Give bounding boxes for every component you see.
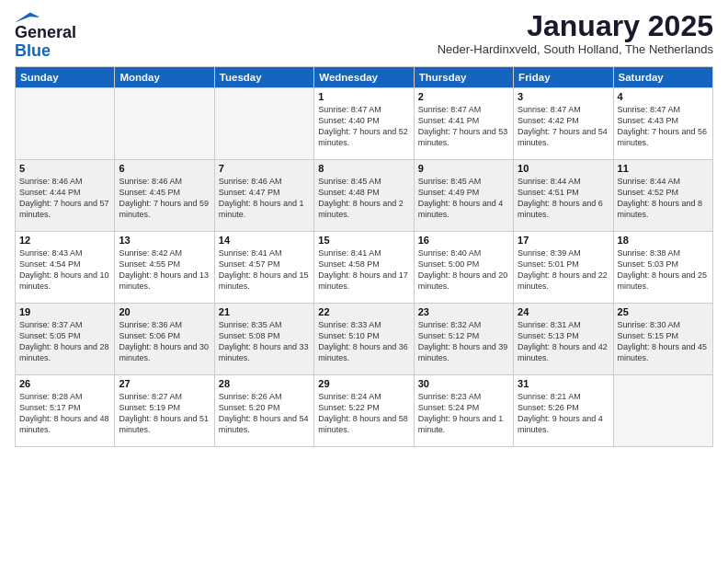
day-number: 22 (318, 306, 409, 317)
weekday-header-friday: Friday (514, 66, 613, 87)
calendar-cell: 31Sunrise: 8:21 AM Sunset: 5:26 PM Dayli… (514, 374, 613, 446)
weekday-header-tuesday: Tuesday (214, 66, 313, 87)
calendar-cell: 30Sunrise: 8:23 AM Sunset: 5:24 PM Dayli… (414, 374, 513, 446)
day-info: Sunrise: 8:30 AM Sunset: 5:15 PM Dayligh… (618, 319, 709, 364)
day-info: Sunrise: 8:45 AM Sunset: 4:49 PM Dayligh… (418, 176, 509, 221)
calendar-cell: 2Sunrise: 8:47 AM Sunset: 4:41 PM Daylig… (414, 87, 513, 159)
calendar-cell: 26Sunrise: 8:28 AM Sunset: 5:17 PM Dayli… (16, 374, 115, 446)
day-number: 28 (219, 378, 310, 389)
day-info: Sunrise: 8:46 AM Sunset: 4:47 PM Dayligh… (219, 176, 310, 221)
day-number: 27 (119, 378, 210, 389)
calendar-cell (16, 87, 115, 159)
calendar-cell: 20Sunrise: 8:36 AM Sunset: 5:06 PM Dayli… (115, 303, 214, 374)
day-number: 15 (318, 235, 409, 246)
day-number: 6 (119, 163, 210, 174)
svg-marker-0 (15, 12, 40, 22)
calendar-cell: 4Sunrise: 8:47 AM Sunset: 4:43 PM Daylig… (613, 87, 712, 159)
calendar-cell: 1Sunrise: 8:47 AM Sunset: 4:40 PM Daylig… (314, 87, 414, 159)
day-info: Sunrise: 8:47 AM Sunset: 4:43 PM Dayligh… (618, 104, 709, 149)
calendar-cell: 13Sunrise: 8:42 AM Sunset: 4:55 PM Dayli… (115, 231, 214, 303)
calendar-week-row: 19Sunrise: 8:37 AM Sunset: 5:05 PM Dayli… (16, 303, 713, 374)
calendar-week-row: 26Sunrise: 8:28 AM Sunset: 5:17 PM Dayli… (16, 374, 713, 446)
day-number: 12 (19, 235, 110, 246)
day-info: Sunrise: 8:33 AM Sunset: 5:10 PM Dayligh… (318, 319, 409, 364)
calendar-cell: 18Sunrise: 8:38 AM Sunset: 5:03 PM Dayli… (613, 231, 712, 303)
day-info: Sunrise: 8:46 AM Sunset: 4:45 PM Dayligh… (119, 176, 210, 221)
day-number: 26 (19, 378, 110, 389)
location-subtitle: Neder-Hardinxveld, South Holland, The Ne… (438, 42, 713, 56)
day-number: 1 (318, 91, 409, 102)
calendar-cell: 22Sunrise: 8:33 AM Sunset: 5:10 PM Dayli… (314, 303, 414, 374)
month-title: January 2025 (438, 11, 713, 40)
day-info: Sunrise: 8:45 AM Sunset: 4:48 PM Dayligh… (318, 176, 409, 221)
day-number: 19 (19, 306, 110, 317)
day-number: 25 (618, 306, 709, 317)
calendar-cell: 25Sunrise: 8:30 AM Sunset: 5:15 PM Dayli… (613, 303, 712, 374)
day-number: 10 (518, 163, 609, 174)
day-info: Sunrise: 8:28 AM Sunset: 5:17 PM Dayligh… (19, 391, 110, 436)
day-info: Sunrise: 8:47 AM Sunset: 4:42 PM Dayligh… (518, 104, 609, 149)
calendar-cell (214, 87, 313, 159)
day-number: 4 (618, 91, 709, 102)
calendar-cell: 12Sunrise: 8:43 AM Sunset: 4:54 PM Dayli… (16, 231, 115, 303)
calendar-cell: 5Sunrise: 8:46 AM Sunset: 4:44 PM Daylig… (16, 159, 115, 231)
day-number: 2 (418, 91, 509, 102)
calendar-cell: 3Sunrise: 8:47 AM Sunset: 4:42 PM Daylig… (514, 87, 613, 159)
calendar-cell: 21Sunrise: 8:35 AM Sunset: 5:08 PM Dayli… (214, 303, 313, 374)
calendar-cell: 16Sunrise: 8:40 AM Sunset: 5:00 PM Dayli… (414, 231, 513, 303)
calendar-cell: 6Sunrise: 8:46 AM Sunset: 4:45 PM Daylig… (115, 159, 214, 231)
day-info: Sunrise: 8:40 AM Sunset: 5:00 PM Dayligh… (418, 247, 509, 293)
day-info: Sunrise: 8:41 AM Sunset: 4:58 PM Dayligh… (318, 247, 409, 293)
calendar-cell: 27Sunrise: 8:27 AM Sunset: 5:19 PM Dayli… (115, 374, 214, 446)
weekday-header-row: SundayMondayTuesdayWednesdayThursdayFrid… (16, 66, 713, 87)
day-number: 24 (518, 306, 609, 317)
calendar-cell: 7Sunrise: 8:46 AM Sunset: 4:47 PM Daylig… (214, 159, 313, 231)
day-info: Sunrise: 8:26 AM Sunset: 5:20 PM Dayligh… (219, 391, 310, 436)
calendar-cell: 19Sunrise: 8:37 AM Sunset: 5:05 PM Dayli… (16, 303, 115, 374)
day-info: Sunrise: 8:24 AM Sunset: 5:22 PM Dayligh… (318, 391, 409, 436)
day-number: 17 (518, 235, 609, 246)
day-number: 14 (219, 235, 310, 246)
day-number: 29 (318, 378, 409, 389)
day-number: 23 (418, 306, 509, 317)
day-info: Sunrise: 8:43 AM Sunset: 4:54 PM Dayligh… (19, 247, 110, 293)
day-info: Sunrise: 8:41 AM Sunset: 4:57 PM Dayligh… (219, 247, 310, 293)
calendar-week-row: 5Sunrise: 8:46 AM Sunset: 4:44 PM Daylig… (16, 159, 713, 231)
calendar-cell: 17Sunrise: 8:39 AM Sunset: 5:01 PM Dayli… (514, 231, 613, 303)
day-info: Sunrise: 8:46 AM Sunset: 4:44 PM Dayligh… (19, 176, 110, 221)
day-number: 16 (418, 235, 509, 246)
day-number: 30 (418, 378, 509, 389)
calendar-cell: 15Sunrise: 8:41 AM Sunset: 4:58 PM Dayli… (314, 231, 414, 303)
day-info: Sunrise: 8:27 AM Sunset: 5:19 PM Dayligh… (119, 391, 210, 436)
day-number: 18 (618, 235, 709, 246)
day-number: 9 (418, 163, 509, 174)
day-number: 11 (618, 163, 709, 174)
calendar-cell: 29Sunrise: 8:24 AM Sunset: 5:22 PM Dayli… (314, 374, 414, 446)
day-info: Sunrise: 8:39 AM Sunset: 5:01 PM Dayligh… (518, 247, 609, 293)
calendar-cell: 8Sunrise: 8:45 AM Sunset: 4:48 PM Daylig… (314, 159, 414, 231)
day-info: Sunrise: 8:37 AM Sunset: 5:05 PM Dayligh… (19, 319, 110, 364)
day-info: Sunrise: 8:42 AM Sunset: 4:55 PM Dayligh… (119, 247, 210, 293)
day-info: Sunrise: 8:44 AM Sunset: 4:52 PM Dayligh… (618, 176, 709, 221)
calendar-cell: 10Sunrise: 8:44 AM Sunset: 4:51 PM Dayli… (514, 159, 613, 231)
calendar-cell: 28Sunrise: 8:26 AM Sunset: 5:20 PM Dayli… (214, 374, 313, 446)
day-number: 31 (518, 378, 609, 389)
calendar-week-row: 12Sunrise: 8:43 AM Sunset: 4:54 PM Dayli… (16, 231, 713, 303)
calendar-cell (115, 87, 214, 159)
day-info: Sunrise: 8:35 AM Sunset: 5:08 PM Dayligh… (219, 319, 310, 364)
header: General Blue January 2025 Neder-Hardinxv… (15, 11, 713, 61)
calendar-cell: 23Sunrise: 8:32 AM Sunset: 5:12 PM Dayli… (414, 303, 513, 374)
day-number: 21 (219, 306, 310, 317)
day-info: Sunrise: 8:47 AM Sunset: 4:41 PM Dayligh… (418, 104, 509, 149)
calendar-cell: 14Sunrise: 8:41 AM Sunset: 4:57 PM Dayli… (214, 231, 313, 303)
weekday-header-thursday: Thursday (414, 66, 513, 87)
day-number: 20 (119, 306, 210, 317)
weekday-header-monday: Monday (115, 66, 214, 87)
day-number: 8 (318, 163, 409, 174)
day-number: 5 (19, 163, 110, 174)
calendar-cell: 24Sunrise: 8:31 AM Sunset: 5:13 PM Dayli… (514, 303, 613, 374)
day-number: 3 (518, 91, 609, 102)
weekday-header-wednesday: Wednesday (314, 66, 414, 87)
day-info: Sunrise: 8:32 AM Sunset: 5:12 PM Dayligh… (418, 319, 509, 364)
day-number: 13 (119, 235, 210, 246)
